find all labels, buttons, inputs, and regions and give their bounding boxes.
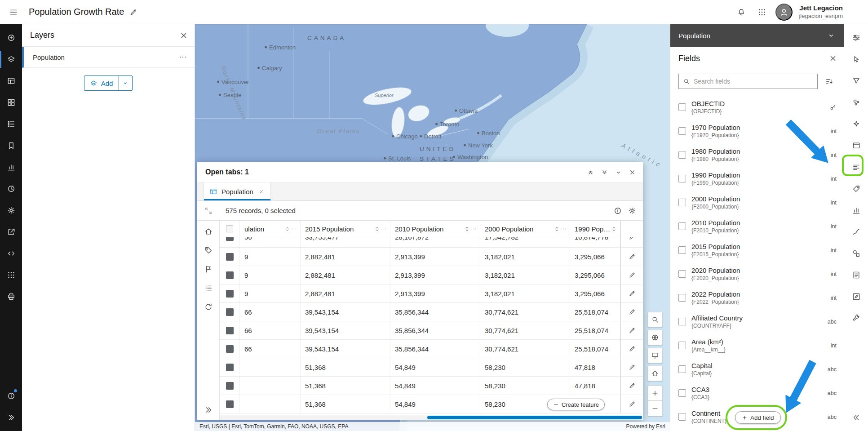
row-checkbox[interactable] [226,290,234,298]
table-tag-button[interactable] [201,243,216,258]
row-select-cell[interactable] [220,377,240,395]
sort-icon[interactable] [284,226,291,232]
table-home-button[interactable] [201,224,216,239]
notifications-button[interactable] [734,5,748,19]
row-checkbox[interactable] [226,271,234,279]
field-item-1980-population[interactable]: 1980 Population{F1980_Population}int [670,143,844,167]
row-checkbox[interactable] [226,308,234,316]
user-avatar[interactable] [775,4,793,21]
rail-tables-button[interactable] [0,70,22,92]
sort-icon[interactable] [611,226,617,232]
zoom-in-button[interactable] [647,386,663,401]
column-menu-icon[interactable] [291,226,297,232]
table-settings-button[interactable] [625,204,639,218]
rail-basemap-button[interactable] [0,92,22,113]
sort-icon[interactable] [554,226,560,232]
rail-legend-button[interactable] [0,113,22,135]
field-checkbox[interactable] [678,151,686,159]
row-select-cell[interactable] [220,358,240,376]
row-select-cell[interactable] [220,284,240,302]
sort-icon[interactable] [464,226,470,232]
field-item-cca3[interactable]: CCA3{CCA3}abc [670,381,844,405]
app-launcher-button[interactable] [755,5,769,19]
row-select-cell[interactable] [220,248,240,266]
field-item-2020-population[interactable]: 2020 Population{F2020_Population}int [670,262,844,286]
tool-charts-button[interactable] [844,200,868,221]
add-field-button[interactable]: Add field [735,411,781,424]
row-edit-button[interactable] [620,340,643,358]
field-checkbox[interactable] [678,175,686,182]
basemap-button[interactable] [647,330,663,345]
map-search-button[interactable] [647,312,663,327]
row-edit-button[interactable] [620,248,643,266]
row-checkbox[interactable] [226,345,234,353]
select-all-cell[interactable] [220,221,240,237]
column-menu-icon[interactable] [560,226,567,232]
table-close-button[interactable] [625,165,639,179]
tool-effects-button[interactable] [844,113,868,135]
field-item-2022-population[interactable]: 2022 Population{F2022_Population}int [670,286,844,310]
tool-filter-button[interactable] [844,70,868,92]
row-edit-button[interactable] [620,284,643,302]
rail-bookmarks-button[interactable] [0,135,22,156]
field-checkbox[interactable] [678,365,686,373]
tab-close-button[interactable] [257,188,265,196]
zoom-out-button[interactable] [647,401,663,416]
row-checkbox[interactable] [226,237,234,241]
row-edit-button[interactable] [620,266,643,284]
presentation-button[interactable] [647,348,663,363]
table-info-button[interactable] [611,204,625,218]
sort-fields-button[interactable] [822,74,837,89]
row-select-cell[interactable] [220,266,240,284]
field-item-objectid[interactable]: OBJECTID{OBJECTID} [670,95,844,119]
rail-apps-button[interactable] [0,264,22,286]
fields-panel-close-button[interactable] [826,51,840,66]
tool-sketch-button[interactable] [844,221,868,243]
field-checkbox[interactable] [678,127,686,135]
field-checkbox[interactable] [678,318,686,325]
table-list-button[interactable] [201,281,216,295]
rail-charts-button[interactable] [0,156,22,178]
row-select-cell[interactable] [220,395,240,413]
map-area[interactable]: CANADAUNITEDSTATESEdmontonCalgaryVancouv… [195,24,670,431]
rail-share-button[interactable] [0,221,22,243]
tool-aggregation-button[interactable] [844,92,868,113]
layer-item-population[interactable]: Population [22,47,195,68]
row-select-cell[interactable] [220,340,240,358]
row-select-cell[interactable] [220,321,240,339]
field-item-2010-population[interactable]: 2010 Population{F2010_Population}int [670,214,844,238]
field-item-2000-population[interactable]: 2000 Population{F2000_Population}int [670,191,844,214]
row-edit-button[interactable] [620,303,643,321]
tool-fields-button[interactable] [844,156,868,178]
row-select-cell[interactable] [220,237,240,247]
row-edit-button[interactable] [620,321,643,339]
tool-styles-button[interactable] [844,243,868,264]
sort-icon[interactable] [374,226,381,232]
field-item-area-km[interactable]: Area (km²){Area__km__}int [670,333,844,357]
field-checkbox[interactable] [678,294,686,302]
field-item-1970-population[interactable]: 1970 Population{F1970_Population}int [670,119,844,143]
rail-print-button[interactable] [0,286,22,307]
field-checkbox[interactable] [678,199,686,206]
rail-time-button[interactable] [0,178,22,200]
rail-layers-button[interactable] [0,49,22,70]
row-select-cell[interactable] [220,303,240,321]
tool-analysis-button[interactable] [844,307,868,329]
rail-add-button[interactable] [0,27,22,49]
rail-info-button[interactable] [0,385,22,407]
tool-forms-button[interactable] [844,264,868,286]
edit-title-button[interactable] [127,5,140,19]
field-checkbox[interactable] [678,103,686,111]
row-edit-button[interactable] [620,395,643,413]
add-layer-dropdown-button[interactable] [119,76,132,90]
default-extent-button[interactable] [647,366,663,381]
row-edit-button[interactable] [620,237,643,247]
field-item-affiliated-country[interactable]: Affiliated Country{COUNTRYAFF}abc [670,310,844,333]
row-checkbox[interactable] [226,253,234,261]
row-checkbox[interactable] [226,364,234,371]
row-edit-button[interactable] [620,358,643,376]
layer-options-button[interactable] [176,50,190,64]
rail-developer-button[interactable] [0,243,22,264]
table-tab-population[interactable]: Population [204,182,271,200]
field-item-1990-population[interactable]: 1990 Population{F1990_Population}int [670,167,844,191]
